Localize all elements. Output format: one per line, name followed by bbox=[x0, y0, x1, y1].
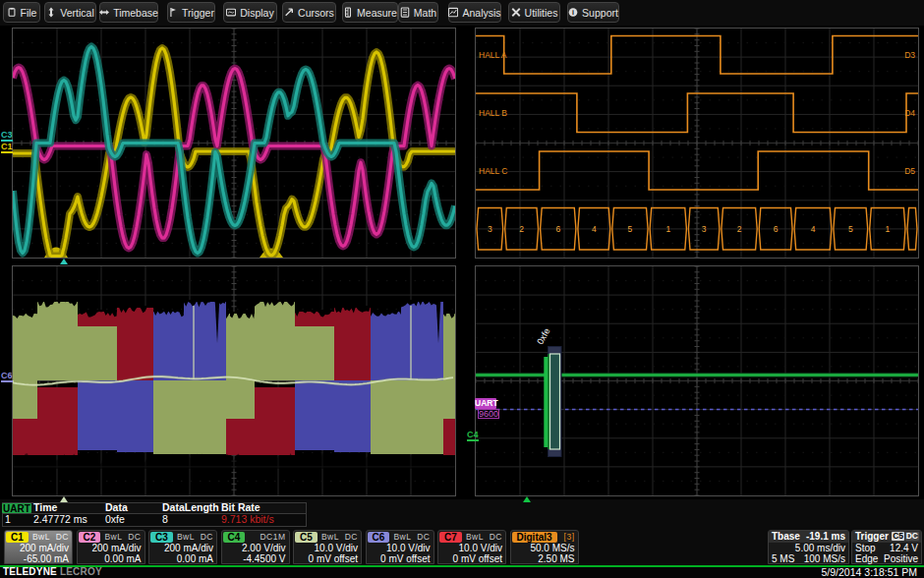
svg-text:HALL C: HALL C bbox=[479, 166, 507, 176]
svg-text:6: 6 bbox=[555, 224, 560, 234]
svg-text:D4: D4 bbox=[904, 108, 915, 118]
svg-text:HALL B: HALL B bbox=[479, 108, 507, 118]
svg-text:2: 2 bbox=[737, 224, 742, 234]
svg-text:3: 3 bbox=[702, 224, 707, 234]
svg-text:1: 1 bbox=[665, 224, 670, 234]
svg-text:D3: D3 bbox=[904, 50, 915, 60]
svg-text:4: 4 bbox=[592, 224, 597, 234]
svg-text:D5: D5 bbox=[904, 166, 915, 176]
svg-text:HALL A: HALL A bbox=[479, 50, 507, 60]
svg-text:6: 6 bbox=[774, 224, 779, 234]
svg-text:2: 2 bbox=[519, 224, 524, 234]
svg-text:i: i bbox=[572, 9, 574, 17]
svg-text:5: 5 bbox=[628, 224, 633, 234]
svg-text:1: 1 bbox=[886, 224, 891, 234]
svg-text:5: 5 bbox=[848, 224, 853, 234]
svg-text:4: 4 bbox=[811, 224, 816, 234]
svg-text:3: 3 bbox=[488, 224, 492, 234]
